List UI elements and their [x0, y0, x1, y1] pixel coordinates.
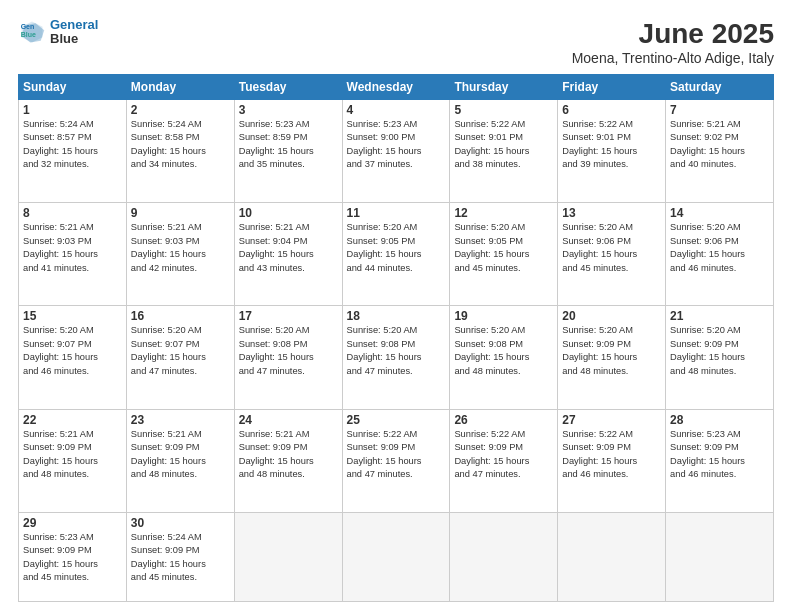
day-info-11: Sunrise: 5:20 AMSunset: 9:05 PMDaylight:…	[347, 221, 446, 275]
day-number-16: 16	[131, 309, 230, 323]
page: Gen Blue General Blue June 2025 Moena, T…	[0, 0, 792, 612]
cell-r0-3: 4Sunrise: 5:23 AMSunset: 9:00 PMDaylight…	[342, 100, 450, 203]
cell-r2-2: 17Sunrise: 5:20 AMSunset: 9:08 PMDayligh…	[234, 306, 342, 409]
day-info-14: Sunrise: 5:20 AMSunset: 9:06 PMDaylight:…	[670, 221, 769, 275]
day-number-1: 1	[23, 103, 122, 117]
day-number-30: 30	[131, 516, 230, 530]
header-monday: Monday	[126, 75, 234, 100]
day-info-19: Sunrise: 5:20 AMSunset: 9:08 PMDaylight:…	[454, 324, 553, 378]
cell-r0-5: 6Sunrise: 5:22 AMSunset: 9:01 PMDaylight…	[558, 100, 666, 203]
cell-r4-3	[342, 512, 450, 601]
day-info-29: Sunrise: 5:23 AMSunset: 9:09 PMDaylight:…	[23, 531, 122, 585]
weekday-header-row: Sunday Monday Tuesday Wednesday Thursday…	[19, 75, 774, 100]
day-number-12: 12	[454, 206, 553, 220]
header-sunday: Sunday	[19, 75, 127, 100]
cell-r0-4: 5Sunrise: 5:22 AMSunset: 9:01 PMDaylight…	[450, 100, 558, 203]
cell-r2-3: 18Sunrise: 5:20 AMSunset: 9:08 PMDayligh…	[342, 306, 450, 409]
logo: Gen Blue General Blue	[18, 18, 98, 47]
day-info-5: Sunrise: 5:22 AMSunset: 9:01 PMDaylight:…	[454, 118, 553, 172]
day-info-1: Sunrise: 5:24 AMSunset: 8:57 PMDaylight:…	[23, 118, 122, 172]
day-number-8: 8	[23, 206, 122, 220]
day-number-26: 26	[454, 413, 553, 427]
cell-r1-0: 8Sunrise: 5:21 AMSunset: 9:03 PMDaylight…	[19, 203, 127, 306]
week-row-1: 8Sunrise: 5:21 AMSunset: 9:03 PMDaylight…	[19, 203, 774, 306]
day-info-27: Sunrise: 5:22 AMSunset: 9:09 PMDaylight:…	[562, 428, 661, 482]
week-row-3: 22Sunrise: 5:21 AMSunset: 9:09 PMDayligh…	[19, 409, 774, 512]
day-info-25: Sunrise: 5:22 AMSunset: 9:09 PMDaylight:…	[347, 428, 446, 482]
cell-r2-5: 20Sunrise: 5:20 AMSunset: 9:09 PMDayligh…	[558, 306, 666, 409]
cell-r3-5: 27Sunrise: 5:22 AMSunset: 9:09 PMDayligh…	[558, 409, 666, 512]
header-wednesday: Wednesday	[342, 75, 450, 100]
cell-r3-6: 28Sunrise: 5:23 AMSunset: 9:09 PMDayligh…	[666, 409, 774, 512]
cell-r1-4: 12Sunrise: 5:20 AMSunset: 9:05 PMDayligh…	[450, 203, 558, 306]
cell-r3-0: 22Sunrise: 5:21 AMSunset: 9:09 PMDayligh…	[19, 409, 127, 512]
calendar-subtitle: Moena, Trentino-Alto Adige, Italy	[572, 50, 774, 66]
day-info-10: Sunrise: 5:21 AMSunset: 9:04 PMDaylight:…	[239, 221, 338, 275]
day-number-25: 25	[347, 413, 446, 427]
cell-r1-3: 11Sunrise: 5:20 AMSunset: 9:05 PMDayligh…	[342, 203, 450, 306]
day-info-23: Sunrise: 5:21 AMSunset: 9:09 PMDaylight:…	[131, 428, 230, 482]
week-row-4: 29Sunrise: 5:23 AMSunset: 9:09 PMDayligh…	[19, 512, 774, 601]
day-info-4: Sunrise: 5:23 AMSunset: 9:00 PMDaylight:…	[347, 118, 446, 172]
day-info-16: Sunrise: 5:20 AMSunset: 9:07 PMDaylight:…	[131, 324, 230, 378]
cell-r3-3: 25Sunrise: 5:22 AMSunset: 9:09 PMDayligh…	[342, 409, 450, 512]
cell-r4-2	[234, 512, 342, 601]
day-info-21: Sunrise: 5:20 AMSunset: 9:09 PMDaylight:…	[670, 324, 769, 378]
calendar-table: Sunday Monday Tuesday Wednesday Thursday…	[18, 74, 774, 602]
header-saturday: Saturday	[666, 75, 774, 100]
header-friday: Friday	[558, 75, 666, 100]
day-number-13: 13	[562, 206, 661, 220]
day-info-24: Sunrise: 5:21 AMSunset: 9:09 PMDaylight:…	[239, 428, 338, 482]
day-info-8: Sunrise: 5:21 AMSunset: 9:03 PMDaylight:…	[23, 221, 122, 275]
day-info-30: Sunrise: 5:24 AMSunset: 9:09 PMDaylight:…	[131, 531, 230, 585]
day-number-21: 21	[670, 309, 769, 323]
cell-r0-2: 3Sunrise: 5:23 AMSunset: 8:59 PMDaylight…	[234, 100, 342, 203]
day-number-23: 23	[131, 413, 230, 427]
cell-r0-1: 2Sunrise: 5:24 AMSunset: 8:58 PMDaylight…	[126, 100, 234, 203]
day-number-11: 11	[347, 206, 446, 220]
day-info-12: Sunrise: 5:20 AMSunset: 9:05 PMDaylight:…	[454, 221, 553, 275]
day-info-22: Sunrise: 5:21 AMSunset: 9:09 PMDaylight:…	[23, 428, 122, 482]
day-number-22: 22	[23, 413, 122, 427]
day-info-7: Sunrise: 5:21 AMSunset: 9:02 PMDaylight:…	[670, 118, 769, 172]
cell-r2-0: 15Sunrise: 5:20 AMSunset: 9:07 PMDayligh…	[19, 306, 127, 409]
cell-r0-6: 7Sunrise: 5:21 AMSunset: 9:02 PMDaylight…	[666, 100, 774, 203]
day-number-18: 18	[347, 309, 446, 323]
day-info-18: Sunrise: 5:20 AMSunset: 9:08 PMDaylight:…	[347, 324, 446, 378]
day-number-19: 19	[454, 309, 553, 323]
cell-r4-6	[666, 512, 774, 601]
cell-r1-6: 14Sunrise: 5:20 AMSunset: 9:06 PMDayligh…	[666, 203, 774, 306]
day-info-2: Sunrise: 5:24 AMSunset: 8:58 PMDaylight:…	[131, 118, 230, 172]
day-number-6: 6	[562, 103, 661, 117]
day-info-6: Sunrise: 5:22 AMSunset: 9:01 PMDaylight:…	[562, 118, 661, 172]
logo-blue: Blue	[50, 32, 98, 46]
cell-r3-1: 23Sunrise: 5:21 AMSunset: 9:09 PMDayligh…	[126, 409, 234, 512]
day-info-9: Sunrise: 5:21 AMSunset: 9:03 PMDaylight:…	[131, 221, 230, 275]
header-thursday: Thursday	[450, 75, 558, 100]
day-number-17: 17	[239, 309, 338, 323]
day-number-28: 28	[670, 413, 769, 427]
cell-r3-2: 24Sunrise: 5:21 AMSunset: 9:09 PMDayligh…	[234, 409, 342, 512]
title-block: June 2025 Moena, Trentino-Alto Adige, It…	[572, 18, 774, 66]
cell-r2-6: 21Sunrise: 5:20 AMSunset: 9:09 PMDayligh…	[666, 306, 774, 409]
day-number-7: 7	[670, 103, 769, 117]
cell-r4-4	[450, 512, 558, 601]
day-info-15: Sunrise: 5:20 AMSunset: 9:07 PMDaylight:…	[23, 324, 122, 378]
day-number-20: 20	[562, 309, 661, 323]
logo-general: General	[50, 18, 98, 32]
cell-r3-4: 26Sunrise: 5:22 AMSunset: 9:09 PMDayligh…	[450, 409, 558, 512]
day-number-3: 3	[239, 103, 338, 117]
header: Gen Blue General Blue June 2025 Moena, T…	[18, 18, 774, 66]
day-number-15: 15	[23, 309, 122, 323]
cell-r1-5: 13Sunrise: 5:20 AMSunset: 9:06 PMDayligh…	[558, 203, 666, 306]
cell-r2-1: 16Sunrise: 5:20 AMSunset: 9:07 PMDayligh…	[126, 306, 234, 409]
day-number-14: 14	[670, 206, 769, 220]
svg-text:Gen: Gen	[21, 24, 35, 31]
cell-r4-0: 29Sunrise: 5:23 AMSunset: 9:09 PMDayligh…	[19, 512, 127, 601]
header-tuesday: Tuesday	[234, 75, 342, 100]
day-info-28: Sunrise: 5:23 AMSunset: 9:09 PMDaylight:…	[670, 428, 769, 482]
day-number-5: 5	[454, 103, 553, 117]
calendar-title: June 2025	[572, 18, 774, 50]
week-row-2: 15Sunrise: 5:20 AMSunset: 9:07 PMDayligh…	[19, 306, 774, 409]
day-number-29: 29	[23, 516, 122, 530]
